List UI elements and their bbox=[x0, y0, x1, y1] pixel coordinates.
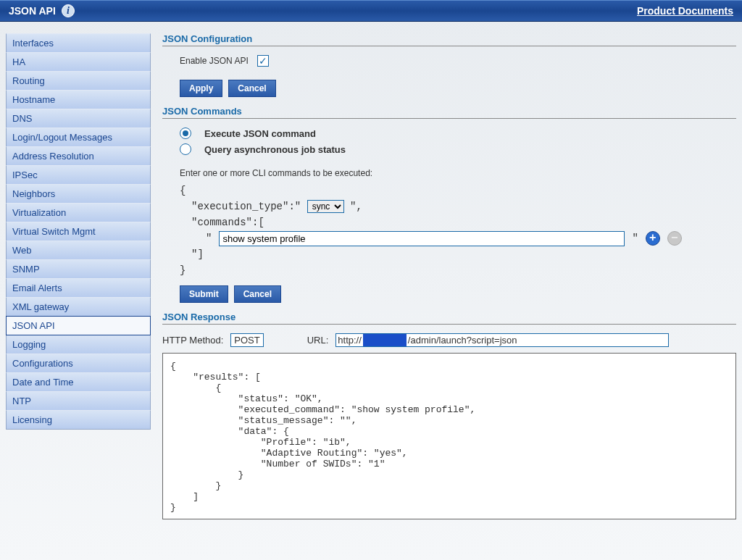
sidebar-item-interfaces[interactable]: Interfaces bbox=[6, 33, 151, 53]
exec-key: "execution_type":" bbox=[191, 201, 307, 212]
sidebar-item-dns[interactable]: DNS bbox=[6, 109, 151, 128]
sidebar-item-hostname[interactable]: Hostname bbox=[6, 90, 151, 109]
radio-row-query[interactable]: Query asynchronous job status bbox=[180, 143, 736, 155]
radio-group: Execute JSON command Query asynchronous … bbox=[180, 128, 736, 155]
code-close-brace: } bbox=[180, 262, 736, 278]
sidebar-item-ha[interactable]: HA bbox=[6, 52, 151, 72]
sidebar-item-routing[interactable]: Routing bbox=[6, 71, 151, 91]
enable-row: Enable JSON API ✓ bbox=[180, 55, 736, 67]
quote-open: " bbox=[206, 230, 212, 246]
sidebar-item-logging[interactable]: Logging bbox=[6, 335, 151, 354]
response-meta: HTTP Method: POST URL: http:// /admin/la… bbox=[162, 333, 736, 347]
section-title-config: JSON Configuration bbox=[162, 33, 736, 46]
add-command-icon[interactable]: + bbox=[646, 231, 660, 246]
product-documents-link[interactable]: Product Documents bbox=[637, 5, 733, 17]
topbar: JSON API i Product Documents bbox=[0, 0, 742, 22]
sidebar-item-address-resolution[interactable]: Address Resolution bbox=[6, 146, 151, 166]
http-method-label: HTTP Method: bbox=[162, 335, 223, 346]
close-array: "] bbox=[180, 246, 736, 262]
cancel-config-button[interactable]: Cancel bbox=[228, 80, 275, 97]
radio-execute[interactable] bbox=[180, 128, 191, 139]
sidebar: InterfacesHARoutingHostnameDNSLogin/Logo… bbox=[6, 33, 151, 519]
page-title: JSON API bbox=[9, 5, 56, 17]
command-input-row: " " + − bbox=[180, 230, 736, 246]
response-body[interactable]: { "results": [ { "status": "OK", "execut… bbox=[162, 353, 736, 519]
content: JSON Configuration Enable JSON API ✓ App… bbox=[162, 33, 736, 519]
config-buttons: Apply Cancel bbox=[180, 80, 736, 97]
radio-execute-label: Execute JSON command bbox=[204, 128, 316, 139]
command-input[interactable] bbox=[219, 231, 625, 246]
sidebar-item-virtualization[interactable]: Virtualization bbox=[6, 203, 151, 222]
section-title-response: JSON Response bbox=[162, 312, 736, 325]
command-buttons: Submit Cancel bbox=[180, 285, 736, 303]
sidebar-item-date-and-time[interactable]: Date and Time bbox=[6, 372, 151, 392]
radio-query-label: Query asynchronous job status bbox=[204, 144, 346, 155]
sidebar-item-virtual-switch-mgmt[interactable]: Virtual Switch Mgmt bbox=[6, 222, 151, 241]
url-prefix: http:// bbox=[336, 334, 363, 346]
url-redacted bbox=[363, 334, 407, 346]
sidebar-item-email-alerts[interactable]: Email Alerts bbox=[6, 278, 151, 298]
sidebar-item-xml-gateway[interactable]: XML gateway bbox=[6, 297, 151, 317]
radio-row-execute[interactable]: Execute JSON command bbox=[180, 128, 736, 139]
url-label: URL: bbox=[307, 335, 329, 346]
radio-query[interactable] bbox=[180, 143, 191, 155]
sidebar-item-snmp[interactable]: SNMP bbox=[6, 259, 151, 279]
code-open-brace: { bbox=[180, 183, 736, 198]
exec-type-line: "execution_type":" sync ", bbox=[180, 198, 736, 214]
info-icon[interactable]: i bbox=[62, 4, 75, 17]
sidebar-item-json-api[interactable]: JSON API bbox=[6, 316, 151, 335]
main-layout: InterfacesHARoutingHostnameDNSLogin/Logo… bbox=[0, 22, 742, 525]
sidebar-item-ntp[interactable]: NTP bbox=[6, 391, 151, 411]
command-prompt: Enter one or more CLI commands to be exe… bbox=[180, 168, 736, 178]
http-method-value: POST bbox=[230, 333, 263, 347]
apply-button[interactable]: Apply bbox=[180, 80, 222, 97]
command-block: Enter one or more CLI commands to be exe… bbox=[180, 168, 736, 278]
submit-button[interactable]: Submit bbox=[180, 285, 228, 303]
enable-json-checkbox[interactable]: ✓ bbox=[257, 55, 269, 67]
section-title-commands: JSON Commands bbox=[162, 106, 736, 119]
url-box: http:// /admin/launch?script=json bbox=[335, 333, 669, 347]
sidebar-item-licensing[interactable]: Licensing bbox=[6, 410, 151, 430]
url-suffix: /admin/launch?script=json bbox=[407, 334, 519, 346]
sidebar-item-neighbors[interactable]: Neighbors bbox=[6, 184, 151, 204]
enable-label: Enable JSON API bbox=[180, 56, 249, 66]
commands-key: "commands":[ bbox=[180, 214, 736, 230]
cancel-command-button[interactable]: Cancel bbox=[234, 285, 281, 303]
exec-after: ", bbox=[350, 201, 362, 212]
sidebar-item-web[interactable]: Web bbox=[6, 241, 151, 260]
execution-type-select[interactable]: sync bbox=[307, 200, 344, 213]
quote-close: " bbox=[632, 230, 638, 246]
topbar-left: JSON API i bbox=[9, 4, 75, 17]
sidebar-item-login-logout-messages[interactable]: Login/Logout Messages bbox=[6, 128, 151, 147]
sidebar-item-configurations[interactable]: Configurations bbox=[6, 354, 151, 373]
sidebar-item-ipsec[interactable]: IPSec bbox=[6, 165, 151, 185]
remove-command-icon: − bbox=[667, 231, 682, 246]
